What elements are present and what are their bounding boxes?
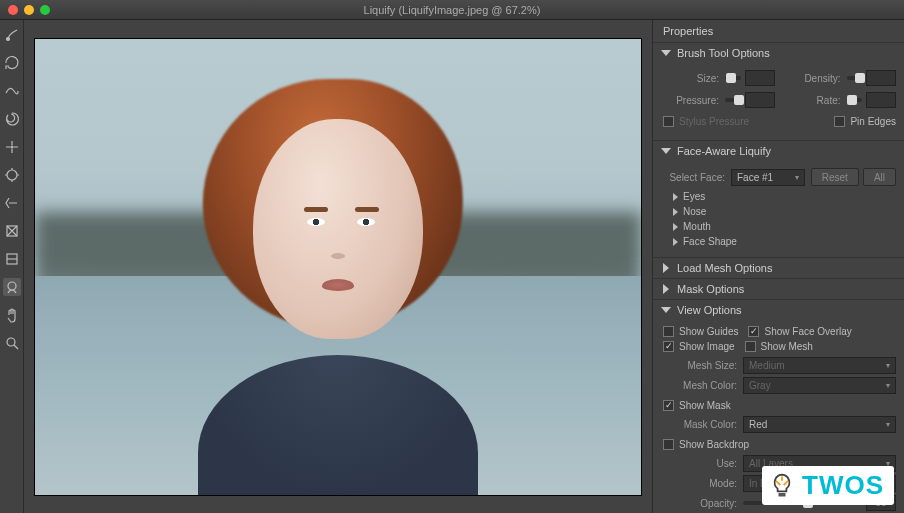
chevron-down-icon: ▾ xyxy=(886,361,890,370)
brush-options-header[interactable]: Brush Tool Options xyxy=(653,43,904,63)
nose-subsection[interactable]: Nose xyxy=(663,204,896,219)
close-window-button[interactable] xyxy=(8,5,18,15)
properties-panel: Properties Brush Tool Options Size: Dens… xyxy=(652,20,904,513)
mask-color-dropdown[interactable]: Red▾ xyxy=(743,416,896,433)
show-mask-checkbox[interactable]: Show Mask xyxy=(663,398,896,413)
mask-options-header[interactable]: Mask Options xyxy=(653,279,904,299)
disclosure-triangle-icon xyxy=(663,284,669,294)
mode-label: Mode: xyxy=(663,478,743,489)
mask-color-label: Mask Color: xyxy=(663,419,743,430)
twirl-tool-icon[interactable] xyxy=(3,110,21,128)
disclosure-triangle-icon xyxy=(663,263,669,273)
watermark-badge: TWOS xyxy=(762,466,894,505)
size-slider[interactable] xyxy=(725,76,741,80)
chevron-down-icon: ▾ xyxy=(886,420,890,429)
svg-point-6 xyxy=(7,338,15,346)
density-slider[interactable] xyxy=(847,76,863,80)
mouth-subsection[interactable]: Mouth xyxy=(663,219,896,234)
chevron-down-icon: ▾ xyxy=(886,381,890,390)
select-face-dropdown[interactable]: Face #1▾ xyxy=(731,169,805,186)
window-titlebar: Liquify (LiquifyImage.jpeg @ 67.2%) xyxy=(0,0,904,20)
window-title: Liquify (LiquifyImage.jpeg @ 67.2%) xyxy=(364,4,541,16)
forward-warp-tool-icon[interactable] xyxy=(3,26,21,44)
show-guides-checkbox[interactable]: Show Guides xyxy=(663,324,738,339)
disclosure-triangle-icon xyxy=(673,223,678,231)
face-tool-icon[interactable] xyxy=(3,278,21,296)
disclosure-triangle-icon xyxy=(673,193,678,201)
chevron-down-icon: ▾ xyxy=(795,173,799,182)
disclosure-triangle-icon xyxy=(661,50,671,56)
eyes-subsection[interactable]: Eyes xyxy=(663,189,896,204)
rate-slider[interactable] xyxy=(847,98,863,102)
zoom-tool-icon[interactable] xyxy=(3,334,21,352)
disclosure-triangle-icon xyxy=(673,238,678,246)
show-face-overlay-checkbox[interactable]: Show Face Overlay xyxy=(748,324,851,339)
minimize-window-button[interactable] xyxy=(24,5,34,15)
density-label: Density: xyxy=(785,73,847,84)
stylus-pressure-checkbox: Stylus Pressure xyxy=(663,114,749,129)
mesh-size-label: Mesh Size: xyxy=(663,360,743,371)
disclosure-triangle-icon xyxy=(661,148,671,154)
disclosure-triangle-icon xyxy=(661,307,671,313)
pin-edges-checkbox[interactable]: Pin Edges xyxy=(834,114,896,129)
disclosure-triangle-icon xyxy=(673,208,678,216)
reset-button[interactable]: Reset xyxy=(811,168,859,186)
pucker-tool-icon[interactable] xyxy=(3,138,21,156)
smooth-tool-icon[interactable] xyxy=(3,82,21,100)
freeze-mask-tool-icon[interactable] xyxy=(3,222,21,240)
lightbulb-icon xyxy=(768,472,796,500)
push-left-tool-icon[interactable] xyxy=(3,194,21,212)
load-mesh-header[interactable]: Load Mesh Options xyxy=(653,258,904,278)
thaw-mask-tool-icon[interactable] xyxy=(3,250,21,268)
density-input[interactable] xyxy=(866,70,896,86)
svg-point-2 xyxy=(7,170,17,180)
view-options-header[interactable]: View Options xyxy=(653,300,904,320)
reconstruct-tool-icon[interactable] xyxy=(3,54,21,72)
svg-rect-7 xyxy=(779,493,786,497)
select-face-label: Select Face: xyxy=(663,172,731,183)
svg-point-0 xyxy=(6,38,9,41)
rate-input[interactable] xyxy=(866,92,896,108)
svg-point-5 xyxy=(8,282,16,290)
face-shape-subsection[interactable]: Face Shape xyxy=(663,234,896,249)
pressure-label: Pressure: xyxy=(663,95,725,106)
hand-tool-icon[interactable] xyxy=(3,306,21,324)
opacity-label: Opacity: xyxy=(663,498,743,509)
pressure-slider[interactable] xyxy=(725,98,741,102)
face-aware-header[interactable]: Face-Aware Liquify xyxy=(653,141,904,161)
rate-label: Rate: xyxy=(785,95,847,106)
watermark-text: TWOS xyxy=(802,470,884,501)
bloat-tool-icon[interactable] xyxy=(3,166,21,184)
mesh-color-dropdown: Gray▾ xyxy=(743,377,896,394)
svg-point-1 xyxy=(11,146,13,148)
show-image-checkbox[interactable]: Show Image xyxy=(663,339,735,354)
all-button[interactable]: All xyxy=(863,168,896,186)
maximize-window-button[interactable] xyxy=(40,5,50,15)
size-input[interactable] xyxy=(745,70,775,86)
pressure-input[interactable] xyxy=(745,92,775,108)
size-label: Size: xyxy=(663,73,725,84)
show-backdrop-checkbox[interactable]: Show Backdrop xyxy=(663,437,896,452)
tool-strip xyxy=(0,20,24,513)
show-mesh-checkbox[interactable]: Show Mesh xyxy=(745,339,813,354)
panel-title: Properties xyxy=(653,20,904,43)
mesh-color-label: Mesh Color: xyxy=(663,380,743,391)
mesh-size-dropdown: Medium▾ xyxy=(743,357,896,374)
image-canvas[interactable] xyxy=(34,38,642,496)
use-label: Use: xyxy=(663,458,743,469)
canvas-area xyxy=(24,20,652,513)
